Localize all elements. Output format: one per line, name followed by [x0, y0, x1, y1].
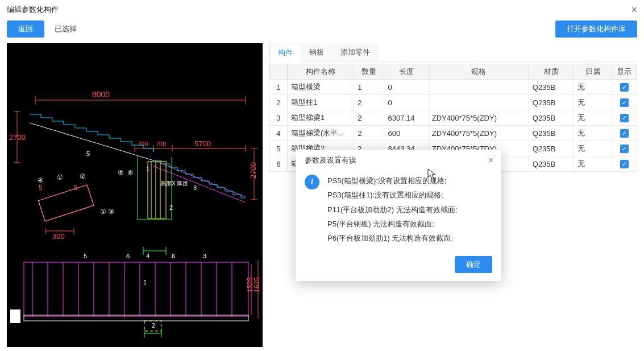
cell-show[interactable]: ✓	[612, 156, 637, 172]
dialog-body: i PS5(箱型横梁):没有设置相应的规格;PS3(箱型柱1):没有设置相应的规…	[296, 170, 501, 251]
svg-rect-25	[39, 185, 94, 221]
dialog-close-button[interactable]: ×	[488, 156, 493, 165]
cell-idx: 1	[270, 80, 288, 95]
table-row[interactable]: 1箱型横梁10Q235B无✓	[270, 80, 637, 95]
info-icon: i	[305, 175, 319, 189]
table-row[interactable]: 3箱型梯梁126307.14ZDY400*75*5(ZDY)Q235B无✓	[270, 110, 637, 126]
cell-material: Q235B	[529, 80, 574, 95]
cell-qty: 2	[354, 110, 384, 126]
back-button[interactable]: 返回	[7, 20, 44, 38]
lbl-c6a: ⑥	[127, 169, 134, 177]
cell-name: 箱型柱1	[287, 95, 354, 110]
cell-show[interactable]: ✓	[612, 110, 637, 126]
checkbox-icon[interactable]: ✓	[620, 129, 629, 138]
dialog-ok-button[interactable]: 确定	[455, 256, 492, 273]
selected-label: 已选择	[55, 24, 77, 34]
checkbox-icon[interactable]: ✓	[620, 83, 629, 92]
cell-spec	[428, 80, 529, 95]
checkbox-icon[interactable]: ✓	[620, 160, 629, 168]
cell-spec: ZDY400*75*5(ZDY)	[428, 126, 529, 141]
th-material: 材质	[529, 64, 574, 80]
tab-component[interactable]: 构件	[269, 44, 301, 61]
table-header-row: 构件名称 数量 长度 规格 材质 归属 显示	[270, 64, 637, 80]
tab-steelplate[interactable]: 钢板	[301, 43, 333, 61]
cell-qty: 2	[354, 95, 384, 110]
drawing-canvas[interactable]: 8000 2700 2700 70	[7, 43, 263, 347]
lbl-p1: 1	[143, 279, 147, 286]
cell-material: Q235B	[529, 126, 574, 141]
lbl-p4: 4	[146, 253, 149, 259]
svg-line-14	[30, 123, 153, 160]
th-length: 长度	[384, 64, 428, 80]
cell-idx: 6	[270, 156, 288, 172]
dialog-message-line: PS3(箱型柱1):没有设置相应的规格;	[327, 188, 457, 202]
lbl-c2a: ②	[80, 172, 86, 180]
checkbox-icon[interactable]: ✓	[620, 98, 629, 107]
dim-8000: 8000	[92, 90, 110, 99]
lbl-c4: ④	[38, 176, 44, 184]
cell-name: 箱型梯梁(水平...	[287, 126, 354, 141]
dialog-message-line: P11(平台板加劲肋2) 无法构造有效截面;	[327, 203, 457, 217]
cell-show[interactable]: ✓	[612, 95, 637, 110]
lbl-3b: 3	[193, 184, 197, 191]
dialog-header: 参数及设置有误 ×	[296, 150, 501, 170]
error-dialog: 参数及设置有误 × i PS5(箱型横梁):没有设置相应的规格;PS3(箱型柱1…	[296, 150, 501, 281]
dim-1625: 1625	[253, 277, 261, 292]
cell-show[interactable]: ✓	[612, 141, 637, 156]
cell-show[interactable]: ✓	[612, 80, 637, 95]
cell-idx: 3	[270, 110, 288, 126]
dialog-footer: 确定	[296, 251, 501, 281]
cell-idx: 2	[270, 95, 288, 110]
table-row[interactable]: 2箱型柱120Q235B无✓	[270, 95, 637, 110]
cell-material: Q235B	[529, 156, 574, 172]
cell-show[interactable]: ✓	[612, 126, 637, 141]
cell-attr: 无	[574, 156, 612, 172]
toolbar-left: 返回 已选择	[7, 20, 77, 38]
th-show: 显示	[612, 64, 637, 80]
dialog-message-line: P6(平台板加劲肋1) 无法构造有效截面;	[327, 231, 457, 245]
cell-name: 箱型横梁	[287, 80, 354, 95]
lbl-c1b: ①	[100, 208, 106, 216]
th-spec: 规格	[428, 64, 529, 80]
titlebar: 编辑参数化构件 ×	[0, 0, 644, 18]
cell-length: 6307.14	[384, 110, 428, 126]
dim-left-2700: 2700	[9, 133, 26, 142]
th-attr: 归属	[574, 64, 612, 80]
dim-5700: 5700	[194, 139, 211, 148]
cell-idx: 4	[270, 126, 288, 141]
lbl-p2: 2	[152, 322, 155, 329]
svg-rect-29	[24, 262, 248, 316]
tab-addpart[interactable]: 添加零件	[332, 43, 379, 61]
lbl-p5: 5	[84, 253, 87, 259]
lbl-5b: 5	[74, 184, 78, 192]
lbl-5a: 5	[39, 184, 43, 192]
cell-qty: 2	[354, 126, 384, 141]
cell-attr: 无	[574, 110, 612, 126]
window-close-button[interactable]: ×	[631, 5, 637, 15]
checkbox-icon[interactable]: ✓	[620, 144, 629, 153]
dialog-messages: PS5(箱型横梁):没有设置相应的规格;PS3(箱型柱1):没有设置相应的规格;…	[327, 174, 457, 246]
toolbar: 返回 已选择 打开参数化构件库	[0, 18, 644, 43]
tabs: 构件 钢板 添加零件	[269, 43, 637, 61]
open-library-button[interactable]: 打开参数化构件库	[555, 20, 637, 38]
dim-300: 300	[52, 232, 65, 241]
table-row[interactable]: 4箱型梯梁(水平...2600ZDY400*75*5(ZDY)Q235B无✓	[270, 126, 637, 141]
cell-material: Q235B	[529, 95, 574, 110]
lbl-c3a: ③	[108, 208, 114, 216]
checkbox-icon[interactable]: ✓	[620, 114, 629, 122]
lbl-1a: 1	[146, 166, 149, 172]
cell-qty: 1	[354, 80, 384, 95]
dialog-message-line: P5(平台钢板) 无法构造有效截面;	[327, 217, 457, 231]
cell-material: Q235B	[529, 141, 574, 156]
cell-spec: ZDY400*75*5(ZDY)	[428, 110, 529, 126]
drawing-svg: 8000 2700 2700 70	[7, 43, 263, 347]
canvas-corner-marker	[10, 309, 20, 323]
dialog-message-line: PS5(箱型横梁):没有设置相应的规格;	[327, 174, 457, 188]
cell-attr: 无	[574, 126, 612, 141]
th-idx	[270, 64, 288, 80]
cell-attr: 无	[574, 80, 612, 95]
dialog-title: 参数及设置有误	[305, 155, 356, 166]
svg-rect-24	[39, 185, 94, 221]
cell-length: 600	[384, 126, 428, 141]
cell-attr: 无	[574, 141, 612, 156]
